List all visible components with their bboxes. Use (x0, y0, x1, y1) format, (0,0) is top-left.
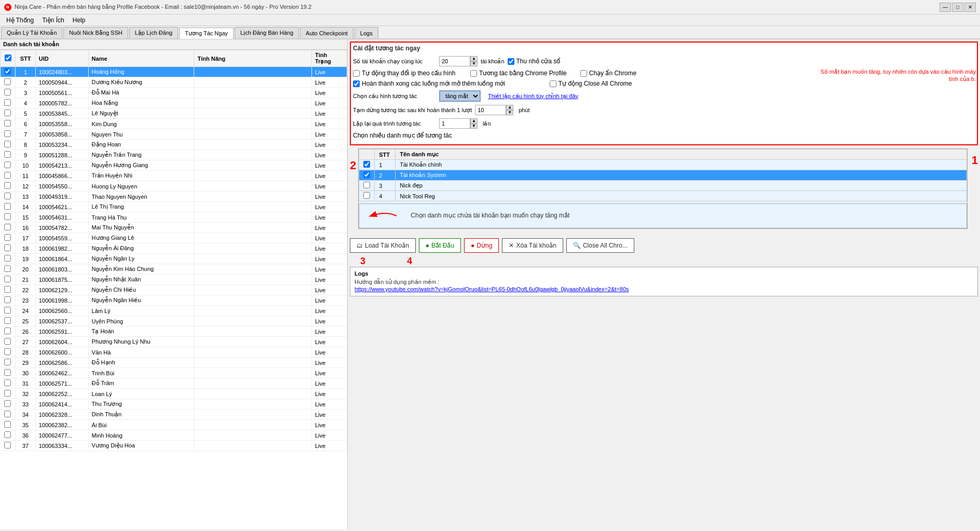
close-button[interactable]: ✕ (964, 3, 976, 12)
maximize-button[interactable]: □ (952, 3, 963, 12)
row-checkbox[interactable] (4, 307, 11, 314)
thu-nho-cua-so-checkbox[interactable] (508, 58, 514, 65)
table-row[interactable]: 37 100063334... Vương Diệu Hoa Live (1, 441, 347, 451)
row-checkbox-cell[interactable] (1, 254, 16, 264)
row-checkbox-cell[interactable] (1, 108, 16, 119)
category-row[interactable]: 1 Tài Khoản chính (359, 160, 967, 170)
cat-checkbox-cell[interactable] (359, 160, 375, 170)
row-checkbox-cell[interactable] (1, 98, 16, 108)
row-checkbox[interactable] (4, 276, 11, 282)
row-checkbox-cell[interactable] (1, 171, 16, 181)
cat-checkbox[interactable] (363, 192, 370, 199)
menu-help[interactable]: Help (69, 16, 90, 25)
table-row[interactable]: 11 100045866... Trần Huyền Nhi Live (1, 171, 347, 181)
table-row[interactable]: 26 100062591... Tạ Hoàn Live (1, 326, 347, 337)
cat-checkbox-cell[interactable] (359, 170, 375, 181)
row-checkbox[interactable] (4, 369, 11, 376)
row-checkbox[interactable] (4, 213, 11, 220)
tu-dong-close-checkbox[interactable] (550, 80, 556, 87)
cat-checkbox-cell[interactable] (359, 191, 375, 201)
row-checkbox-cell[interactable] (1, 264, 16, 275)
row-checkbox-cell[interactable] (1, 399, 16, 410)
row-checkbox-cell[interactable] (1, 119, 16, 129)
row-checkbox-cell[interactable] (1, 347, 16, 358)
table-row[interactable]: 3 100050561... Đỗ Mai Hà Live (1, 88, 347, 98)
table-row[interactable]: 7 100053858... Nguyen Thu Live (1, 129, 347, 140)
table-row[interactable]: 12 100054550... Huong Ly Nguyen Live (1, 181, 347, 192)
table-row[interactable]: 18 100061982... Nguyễn Ái Đăng Live (1, 243, 347, 254)
cat-checkbox[interactable] (363, 182, 370, 188)
tab-logs[interactable]: Logs (355, 27, 378, 38)
row-checkbox-cell[interactable] (1, 67, 16, 77)
table-row[interactable]: 16 100054782... Mai Thu Nguyễn Live (1, 223, 347, 233)
row-checkbox-cell[interactable] (1, 410, 16, 420)
row-checkbox[interactable] (4, 234, 11, 241)
table-row[interactable]: 23 100061998... Nguyễn Ngân Hiếu Live (1, 295, 347, 306)
table-row[interactable]: 19 100061864... Nguyễn Ngân Ly Live (1, 254, 347, 264)
tuong-tac-bang-chrome-label[interactable]: Tương tác bằng Chrome Profile (470, 70, 567, 77)
table-row[interactable]: 1 100024803... Hoàng Hồng Live (1, 67, 347, 77)
row-checkbox[interactable] (4, 296, 11, 303)
lap-lai-down[interactable]: ▼ (470, 124, 478, 129)
tu-dong-thay-doi-ip-label[interactable]: Tự động thay đổi ip theo cấu hình (353, 70, 457, 77)
table-row[interactable]: 17 100054559... Hương Giang Lê Live (1, 233, 347, 243)
row-checkbox-cell[interactable] (1, 233, 16, 243)
tam-dung-down[interactable]: ▼ (506, 110, 513, 115)
row-checkbox[interactable] (4, 400, 11, 407)
close-all-chrome-button[interactable]: 🔍 Close All Chro... (566, 238, 634, 253)
row-checkbox[interactable] (4, 286, 11, 293)
row-checkbox[interactable] (4, 110, 11, 116)
table-row[interactable]: 10 100054213... Nguyễn Hương Giang Live (1, 160, 347, 171)
row-checkbox[interactable] (4, 390, 11, 397)
row-checkbox[interactable] (4, 328, 11, 334)
table-row[interactable]: 36 100062477... Minh Hoàng Live (1, 430, 347, 441)
tab-nuoi-nick-ssh[interactable]: Nuôi Nick Bằng SSH (63, 27, 128, 38)
table-row[interactable]: 22 100062129... Nguyễn Chi Hiếu Live (1, 285, 347, 295)
menu-he-thong[interactable]: Hệ Thống (2, 16, 38, 25)
row-checkbox[interactable] (4, 68, 11, 75)
table-row[interactable]: 30 100062462... Trinh Bùi Live (1, 368, 347, 378)
row-checkbox[interactable] (4, 348, 11, 355)
category-row[interactable]: 2 Tài khoản System (359, 170, 967, 181)
row-checkbox[interactable] (4, 78, 11, 85)
row-checkbox-cell[interactable] (1, 223, 16, 233)
minimize-button[interactable]: — (940, 3, 951, 12)
table-row[interactable]: 5 100053845... Lê Nguyệt Live (1, 108, 347, 119)
table-row[interactable]: 9 100051288... Nguyễn Trần Trang Live (1, 150, 347, 160)
row-checkbox-cell[interactable] (1, 441, 16, 451)
row-checkbox[interactable] (4, 442, 11, 448)
bat-dau-button[interactable]: ● Bắt Đầu (419, 238, 461, 253)
row-checkbox-cell[interactable] (1, 368, 16, 378)
row-checkbox-cell[interactable] (1, 160, 16, 171)
row-checkbox[interactable] (4, 421, 11, 428)
row-checkbox[interactable] (4, 130, 11, 137)
row-checkbox-cell[interactable] (1, 389, 16, 399)
row-checkbox-cell[interactable] (1, 129, 16, 140)
table-row[interactable]: 14 100054621... Lê Thị Trang Live (1, 202, 347, 212)
table-row[interactable]: 27 100062604... Phương Nhung Lý Nhu Live (1, 337, 347, 347)
row-checkbox-cell[interactable] (1, 378, 16, 389)
table-row[interactable]: 25 100062537... Uyên Phùng Live (1, 316, 347, 326)
tam-dung-input[interactable] (475, 105, 506, 115)
table-row[interactable]: 28 100062600... Văn Hà Live (1, 347, 347, 358)
chay-an-chrome-checkbox[interactable] (580, 70, 587, 77)
row-checkbox-cell[interactable] (1, 150, 16, 160)
table-row[interactable]: 29 100062586... Đỗ Hạnh Live (1, 358, 347, 368)
row-checkbox[interactable] (4, 338, 11, 345)
tab-quan-ly-tai-khoan[interactable]: Quản Lý Tài Khoản (1, 27, 62, 38)
cat-checkbox[interactable] (363, 161, 370, 168)
so-tai-khoan-down[interactable]: ▼ (470, 61, 478, 66)
table-row[interactable]: 24 100062560... Lâm Lý Live (1, 306, 347, 316)
row-checkbox-cell[interactable] (1, 337, 16, 347)
row-checkbox-cell[interactable] (1, 420, 16, 430)
row-checkbox[interactable] (4, 99, 11, 106)
row-checkbox[interactable] (4, 255, 11, 262)
row-checkbox[interactable] (4, 359, 11, 365)
row-checkbox[interactable] (4, 161, 11, 168)
row-checkbox-cell[interactable] (1, 295, 16, 306)
logs-link[interactable]: https://www.youtube.com/watch?v=kjGomolO… (355, 286, 629, 292)
row-checkbox-cell[interactable] (1, 430, 16, 441)
row-checkbox-cell[interactable] (1, 88, 16, 98)
so-tai-khoan-up[interactable]: ▲ (470, 56, 478, 61)
table-row[interactable]: 6 100053558... Kim Dung Live (1, 119, 347, 129)
